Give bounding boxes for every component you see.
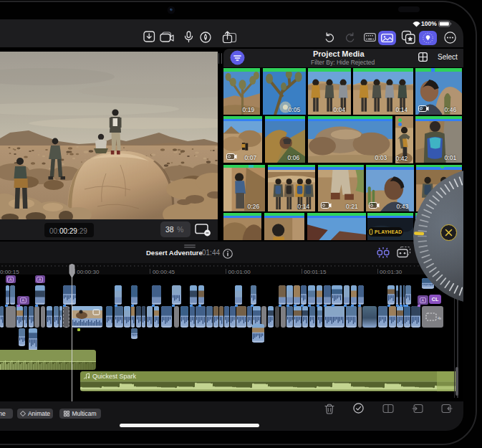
svg-text:4s: 4s [438, 316, 441, 320]
